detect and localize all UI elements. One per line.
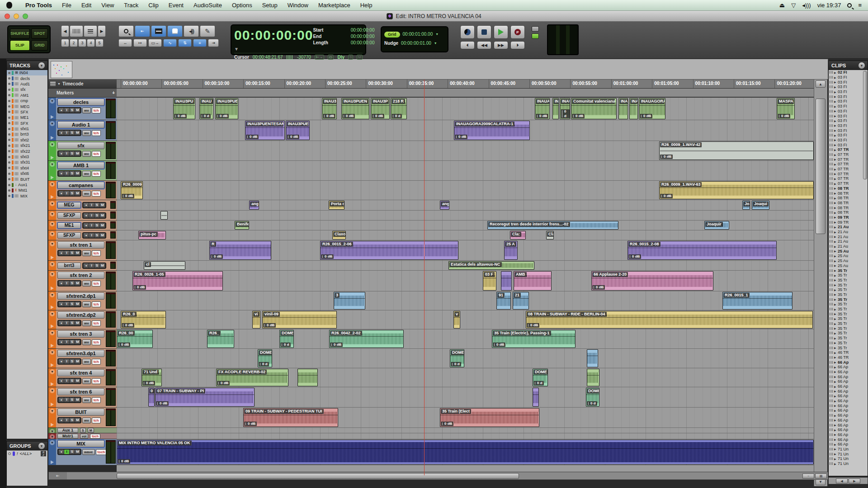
audio-clip-inau3p[interactable]: INAU3P0 dB — [371, 98, 390, 119]
start-value[interactable]: 00:00:00:00 — [351, 27, 375, 33]
audio-clip-71-und[interactable]: 71 Und0 dB — [142, 369, 162, 386]
track-view-selector[interactable]: wv — [82, 418, 91, 423]
track-show-dot[interactable] — [8, 89, 10, 91]
minimize-window-button[interactable] — [14, 14, 19, 19]
clips-list-item[interactable]: ▶21 Au — [829, 234, 868, 239]
volume-icon[interactable]: ◂))) — [802, 2, 811, 9]
clips-list-item[interactable]: ▶07 TR — [829, 167, 868, 172]
clips-list-item[interactable]: ▶71 Un — [829, 456, 868, 461]
pre-roll-led[interactable] — [532, 26, 539, 32]
timecode-tick[interactable]: 00:01:00:00 — [611, 80, 638, 89]
clips-list-item[interactable]: ▶66 Ap — [829, 418, 868, 423]
track-name-field[interactable]: AMB 1 — [57, 162, 104, 169]
track-name-field[interactable]: decles — [57, 99, 104, 106]
automation-mode-selector[interactable]: tch — [92, 378, 101, 384]
clip-expand-arrow[interactable]: ▶ — [834, 327, 837, 330]
track-name-field[interactable]: sfx tren 4 — [57, 369, 104, 376]
input-monitor-button[interactable]: I — [89, 203, 94, 207]
track-lane-sfx-tren-2[interactable]: R26_0026_1-050 dB03 FAMB66 Applause 2-20… — [117, 271, 814, 291]
groups-panel-menu-button[interactable]: ▼ — [38, 443, 45, 449]
track-name-field[interactable]: MIX — [57, 440, 104, 447]
tracks-list-item-mix[interactable]: MIX — [7, 193, 47, 199]
end-value[interactable]: 00:00:00:00 — [351, 33, 375, 40]
tracks-list-item-sfx22[interactable]: sfx22 — [7, 148, 47, 154]
clips-list-item[interactable]: ▶35 Tr — [829, 311, 868, 316]
track-play-arrow[interactable] — [51, 156, 54, 160]
timecode-tick[interactable]: 00:01:10:00 — [693, 80, 720, 89]
mute-button[interactable]: M — [75, 302, 80, 306]
tracks-list-item-sfxt1[interactable]: sfxt1 — [7, 126, 47, 131]
timecode-tick[interactable]: 00:01:15:00 — [734, 80, 760, 89]
audio-clip-inau3pu[interactable]: INAU3PU0 dB — [173, 98, 195, 119]
track-name-field[interactable]: sfx tren 2 — [57, 272, 104, 279]
input-monitor-button[interactable]: I — [64, 131, 69, 135]
input-monitor-button[interactable]: I — [64, 340, 69, 344]
track-play-arrow[interactable] — [51, 324, 54, 328]
length-value[interactable]: 00:00:00:00 — [351, 40, 375, 46]
online-button[interactable] — [460, 25, 475, 39]
audio-clip-inaua[interactable]: INAUA0 dB — [535, 98, 550, 119]
mute-button[interactable]: M — [100, 213, 105, 218]
zoom-preset-1[interactable]: 1 — [61, 39, 69, 47]
track-play-arrow[interactable] — [51, 382, 54, 386]
track-play-arrow[interactable] — [51, 286, 54, 290]
clips-list-item[interactable]: ▶03 FI — [829, 128, 868, 133]
clip-expand-arrow[interactable]: ▶ — [834, 462, 837, 465]
clips-list-item[interactable]: ▶03 FI — [829, 109, 868, 114]
track-name-field[interactable]: SFXP — [57, 212, 81, 219]
zoom-toggle-button[interactable]: ↔ — [118, 39, 132, 47]
audio-clip-r26-0015-1[interactable]: R26_0015_1 — [722, 292, 793, 310]
audio-clip-joa[interactable]: Joa — [742, 201, 750, 210]
track-play-arrow[interactable] — [51, 305, 54, 309]
track-control-sfx-tren-6[interactable]: ▼sfx tren 6●ISMwvtch — [48, 387, 117, 408]
audio-clip[interactable] — [501, 271, 512, 291]
clip-expand-arrow[interactable]: ▶ — [834, 76, 837, 79]
clip-expand-arrow[interactable]: ▶ — [834, 240, 837, 243]
audio-clip-cl[interactable]: cl — [144, 261, 185, 270]
track-control-sfxp[interactable]: ▼SFXP●ISM — [48, 211, 117, 221]
session-overview-thumbnail[interactable] — [51, 61, 72, 78]
counter-dropdown-icon[interactable]: ▼ — [234, 47, 239, 52]
track-lane-sfxp[interactable] — [117, 211, 814, 221]
tracks-list-item-am1[interactable]: AM1 — [7, 93, 47, 98]
clip-expand-arrow[interactable]: ▶ — [834, 129, 837, 132]
go-to-end-button[interactable]: ⏵ — [510, 41, 525, 49]
tracks-list-item-sfx31[interactable]: sfx31 — [7, 160, 47, 165]
zoom-in-button[interactable]: ▶ — [98, 25, 106, 37]
mirror-midi-button[interactable]: ▭→ — [148, 39, 162, 47]
clip-expand-arrow[interactable]: ▶ — [834, 245, 837, 248]
clips-list-item[interactable]: ▶66 Ap — [829, 408, 868, 413]
automation-mode-selector[interactable]: tch — [92, 250, 101, 256]
menu-item-track[interactable]: Track — [119, 2, 143, 9]
tracks-list-item-sfx[interactable]: sfx — [7, 87, 47, 92]
automation-mode-selector[interactable]: tch — [92, 418, 101, 423]
link-timeline-edit-button[interactable]: ∿ — [163, 39, 177, 47]
solo-button[interactable]: S — [94, 203, 99, 207]
track-view-selector[interactable]: wv — [82, 359, 91, 365]
clips-list-item[interactable]: ▶35 Tr — [829, 321, 868, 326]
mute-button[interactable]: M — [75, 379, 80, 383]
track-control-sfx-tren-4[interactable]: ▼sfx tren 4●ISMwvtch — [48, 368, 117, 387]
track-collapse-chevron[interactable]: ▼ — [50, 201, 55, 206]
edit-canvas[interactable]: INAU3PU0 dBINAU0 dINAU3PUE0 dBINAU30 dBI… — [117, 98, 814, 475]
audio-clip-inauagora200[interactable]: INAUAGORA2000 dB — [639, 98, 665, 119]
track-collapse-chevron[interactable]: ▼ — [50, 388, 55, 393]
mute-button[interactable]: M — [75, 281, 80, 286]
clip-expand-arrow[interactable]: ▶ — [834, 249, 837, 253]
track-collapse-chevron[interactable]: ▼ — [50, 369, 55, 374]
track-name-field[interactable]: campanes — [57, 182, 104, 189]
tracks-list-item-sfx[interactable]: SFX — [7, 109, 47, 115]
clips-list-item[interactable]: ▶03 FI — [829, 75, 868, 80]
track-play-arrow[interactable] — [51, 344, 54, 347]
menu-item-pro-tools[interactable]: Pro Tools — [20, 2, 57, 9]
record-enable-button[interactable]: ● — [59, 251, 64, 255]
track-name-field[interactable]: sfx tren 1 — [57, 241, 104, 249]
audio-clip-inau[interactable]: INAU0 d — [199, 98, 213, 119]
audio-clip-estatica-dels-altaveus-nc[interactable]: Estatica dels altaveus-NC — [448, 261, 534, 270]
solo-button[interactable]: S — [94, 233, 99, 238]
track-show-dot[interactable] — [8, 128, 10, 130]
clips-list-item[interactable]: ▶66 Ap — [829, 413, 868, 418]
audio-clip-maspa[interactable]: MASPA0 dB — [777, 98, 795, 119]
clips-list-item[interactable]: ▶66 Ap — [829, 422, 868, 427]
record-enable-button[interactable]: ● — [59, 302, 64, 306]
